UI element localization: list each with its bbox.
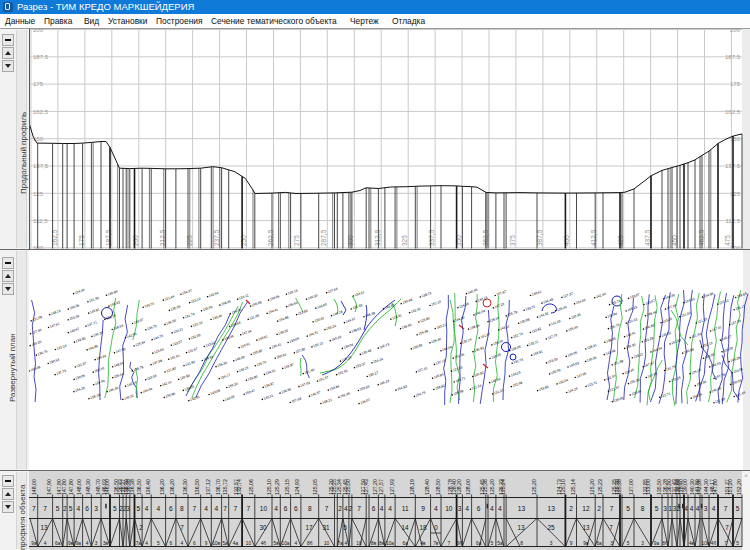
svg-text:4: 4: [696, 505, 700, 512]
svg-text:2: 2: [338, 505, 342, 512]
svg-text:175: 175: [33, 81, 44, 87]
svg-text:125,20: 125,20: [489, 479, 495, 495]
svg-text:124,93: 124,93: [294, 479, 300, 495]
svg-text:125: 125: [33, 191, 44, 197]
svg-text:128,40: 128,40: [424, 479, 430, 495]
svg-text:3: 3: [95, 541, 98, 546]
svg-text:147,80: 147,80: [61, 479, 67, 495]
svg-text:8: 8: [308, 505, 312, 512]
svg-text:7: 7: [725, 524, 729, 531]
svg-text:4: 4: [344, 505, 348, 512]
svg-text:11: 11: [402, 505, 409, 512]
svg-text:200: 200: [730, 29, 741, 33]
svg-text:10: 10: [445, 505, 453, 512]
svg-text:4: 4: [274, 505, 278, 512]
svg-text:5: 5: [626, 505, 630, 512]
svg-text:262,5: 262,5: [267, 229, 274, 246]
svg-text:6: 6: [372, 505, 376, 512]
svg-text:125,06: 125,06: [248, 479, 254, 495]
svg-text:4: 4: [145, 541, 148, 546]
svg-text:3: 3: [641, 541, 644, 546]
svg-text:6: 6: [85, 505, 89, 512]
svg-text:175: 175: [78, 235, 85, 246]
svg-text:8: 8: [520, 541, 523, 546]
svg-text:7: 7: [325, 505, 329, 512]
svg-text:127,93: 127,93: [389, 479, 395, 495]
svg-text:7: 7: [724, 541, 727, 546]
svg-text:4: 4: [712, 505, 716, 512]
svg-text:146,00: 146,00: [104, 479, 110, 495]
svg-text:10в: 10в: [212, 541, 220, 546]
svg-text:4: 4: [490, 505, 494, 512]
svg-text:225: 225: [186, 235, 193, 246]
svg-text:5: 5: [136, 505, 140, 512]
svg-text:10: 10: [356, 541, 362, 546]
svg-text:4: 4: [690, 505, 694, 512]
svg-text:4: 4: [388, 505, 392, 512]
svg-text:7: 7: [43, 505, 47, 512]
svg-text:312,5: 312,5: [374, 229, 381, 246]
svg-text:4: 4: [145, 505, 149, 512]
svg-text:4а: 4а: [233, 541, 239, 546]
svg-text:137,12: 137,12: [205, 479, 211, 495]
svg-text:4: 4: [157, 505, 161, 512]
svg-text:237,5: 237,5: [213, 229, 220, 246]
svg-text:9а: 9а: [31, 541, 37, 546]
svg-text:7: 7: [234, 505, 238, 512]
svg-text:250: 250: [240, 235, 247, 246]
svg-text:162,5: 162,5: [51, 229, 58, 246]
svg-text:7: 7: [192, 505, 196, 512]
svg-text:275: 275: [293, 235, 300, 246]
svg-text:112,5: 112,5: [33, 218, 48, 224]
svg-text:8в: 8в: [379, 541, 385, 546]
svg-text:6: 6: [169, 505, 173, 512]
svg-text:127,20: 127,20: [372, 479, 378, 495]
svg-text:8б: 8б: [307, 541, 313, 546]
svg-text:287,5: 287,5: [320, 229, 327, 246]
svg-text:136,50: 136,50: [136, 479, 142, 495]
svg-text:136,40: 136,40: [145, 479, 151, 495]
svg-text:3: 3: [94, 505, 98, 512]
svg-text:3: 3: [704, 505, 708, 512]
svg-text:4: 4: [498, 505, 502, 512]
svg-text:4: 4: [465, 505, 469, 512]
svg-text:5а: 5а: [222, 541, 228, 546]
svg-text:1: 1: [668, 505, 672, 512]
svg-text:437,5: 437,5: [644, 229, 651, 246]
svg-text:325: 325: [401, 235, 408, 246]
svg-text:9в: 9в: [583, 541, 589, 546]
svg-text:133,00: 133,00: [645, 479, 651, 495]
svg-text:151,20: 151,20: [727, 479, 733, 495]
svg-text:7: 7: [447, 541, 450, 546]
svg-text:9в: 9в: [68, 541, 74, 546]
svg-text:9: 9: [421, 505, 425, 512]
svg-text:2: 2: [597, 505, 601, 512]
svg-text:142,36: 142,36: [696, 479, 702, 495]
svg-text:4: 4: [345, 541, 348, 546]
svg-text:6: 6: [477, 505, 481, 512]
svg-text:2: 2: [63, 505, 67, 512]
svg-text:136,70: 136,70: [215, 479, 221, 495]
svg-text:147,90: 147,90: [46, 479, 52, 495]
svg-text:125,05: 125,05: [312, 479, 318, 495]
svg-text:9: 9: [205, 541, 208, 546]
svg-text:147,80: 147,80: [712, 479, 718, 495]
svg-text:5: 5: [491, 541, 494, 546]
svg-text:7в: 7в: [433, 541, 439, 546]
svg-text:7а: 7а: [337, 541, 343, 546]
svg-text:125,50: 125,50: [345, 479, 351, 495]
svg-text:8: 8: [641, 505, 645, 512]
svg-text:4: 4: [204, 505, 208, 512]
svg-text:4: 4: [215, 505, 219, 512]
svg-text:7: 7: [357, 505, 361, 512]
svg-text:5: 5: [736, 541, 739, 546]
svg-text:5: 5: [56, 505, 60, 512]
svg-text:5: 5: [655, 505, 659, 512]
svg-text:4: 4: [294, 541, 297, 546]
svg-text:6: 6: [284, 505, 288, 512]
svg-text:4: 4: [380, 505, 384, 512]
svg-text:8б: 8б: [662, 541, 668, 546]
svg-text:4в: 4в: [420, 541, 426, 546]
svg-text:3: 3: [610, 541, 613, 546]
svg-text:125,20: 125,20: [531, 479, 537, 495]
